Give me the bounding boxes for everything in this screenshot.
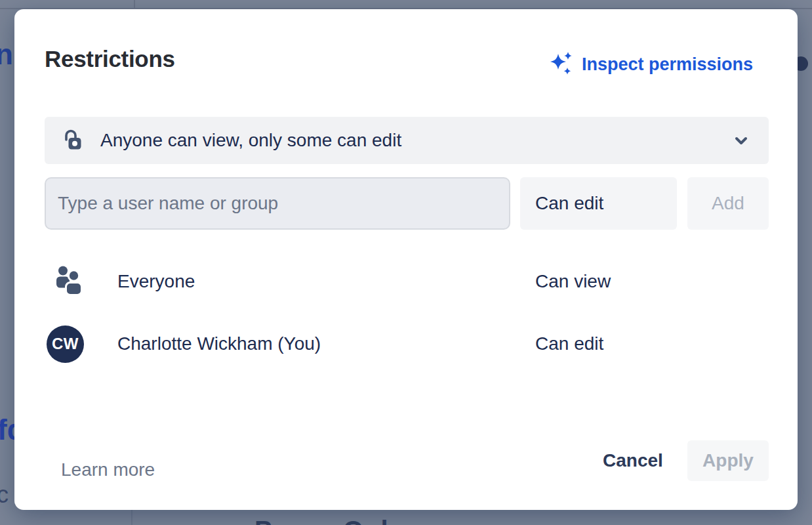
apply-button[interactable]: Apply [687, 440, 769, 481]
sparkles-icon [547, 50, 576, 79]
people-icon [52, 264, 85, 299]
background-sidebar-divider-top [134, 0, 135, 8]
learn-more-link[interactable]: Learn more [61, 459, 155, 480]
access-level-select[interactable]: Anyone can view, only some can edit [45, 117, 769, 164]
entry-permission: Can edit [535, 333, 603, 354]
permission-select[interactable]: Can edit [520, 177, 677, 230]
restriction-entry-everyone: Everyone Can view [45, 262, 769, 301]
user-search-input[interactable] [45, 177, 510, 230]
access-level-label: Anyone can view, only some can edit [100, 130, 401, 151]
background-clipped-text: c [0, 481, 9, 509]
background-clipped-text: n [0, 38, 13, 71]
dialog-title: Restrictions [45, 46, 175, 72]
background-page-title-clipped: Pages Onb [254, 516, 397, 525]
add-button[interactable]: Add [687, 177, 769, 230]
restrictions-dialog: Restrictions Inspect permissions Anyone … [14, 9, 798, 510]
restriction-entry-current-user: CW Charlotte Wickham (You) Can edit [45, 325, 769, 363]
entry-name: Everyone [117, 271, 195, 292]
cancel-button[interactable]: Cancel [592, 440, 674, 481]
inspect-permissions-label: Inspect permissions [582, 54, 753, 75]
background-sidebar-divider-bottom [131, 510, 132, 525]
chevron-down-icon [732, 131, 750, 150]
entry-permission: Can view [535, 271, 611, 292]
entry-name: Charlotte Wickham (You) [117, 333, 321, 354]
avatar: CW [47, 326, 84, 363]
unlock-icon [60, 129, 84, 152]
inspect-permissions-link[interactable]: Inspect permissions [547, 50, 753, 79]
